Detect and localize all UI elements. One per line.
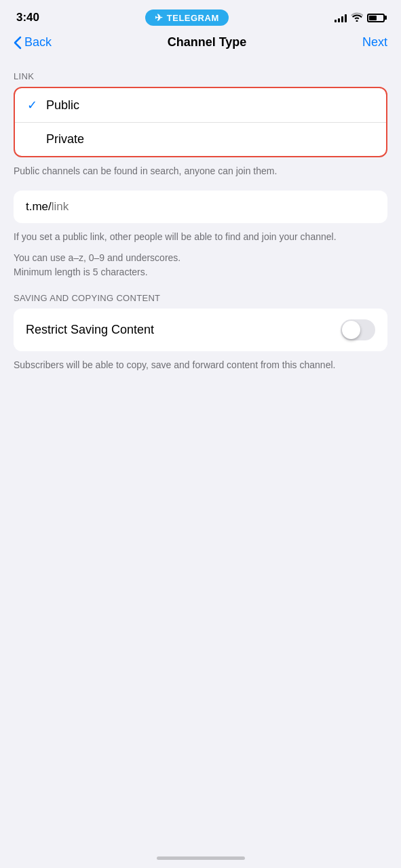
battery-fill — [369, 16, 377, 20]
battery-icon — [367, 14, 385, 22]
telegram-icon: ✈ — [155, 12, 164, 23]
status-center: ✈ TELEGRAM — [145, 9, 228, 26]
public-label: Public — [46, 98, 374, 113]
restrict-saving-row: Restrict Saving Content — [26, 309, 375, 351]
restrict-saving-card: Restrict Saving Content — [14, 309, 387, 351]
link-input-row: t.me/ — [26, 200, 375, 214]
restrict-saving-label: Restrict Saving Content — [26, 323, 154, 337]
link-input[interactable] — [52, 200, 375, 214]
page-title: Channel Type — [168, 35, 247, 50]
status-icons — [335, 12, 385, 24]
status-time: 3:40 — [16, 11, 39, 24]
link-prefix: t.me/ — [26, 200, 52, 214]
signal-bar-3 — [341, 16, 343, 22]
back-button[interactable]: Back — [14, 35, 52, 50]
content: LINK ✓ Public Private Public channels ca… — [0, 58, 401, 386]
status-bar: 3:40 ✈ TELEGRAM — [0, 0, 401, 30]
channel-type-options: ✓ Public Private — [14, 87, 387, 157]
saving-description: Subscribers will be able to copy, save a… — [0, 351, 401, 386]
toggle-knob — [342, 321, 360, 339]
public-option[interactable]: ✓ Public — [15, 88, 386, 122]
telegram-label: TELEGRAM — [167, 13, 219, 23]
link-info-1: If you set a public link, other people w… — [0, 223, 401, 248]
back-label: Back — [24, 35, 52, 50]
signal-bar-4 — [345, 14, 347, 22]
signal-bars-icon — [335, 13, 347, 22]
link-input-card: t.me/ — [14, 191, 387, 223]
link-section-label: LINK — [0, 71, 401, 87]
wifi-icon — [351, 12, 363, 24]
nav-bar: Back Channel Type Next — [0, 30, 401, 58]
saving-section-label: SAVING AND COPYING CONTENT — [0, 293, 401, 309]
telegram-badge: ✈ TELEGRAM — [145, 9, 228, 26]
signal-bar-2 — [338, 18, 340, 22]
restrict-saving-toggle[interactable] — [341, 319, 375, 340]
private-label: Private — [27, 132, 374, 146]
home-indicator — [157, 856, 245, 860]
next-button[interactable]: Next — [362, 35, 387, 50]
signal-bar-1 — [335, 20, 337, 22]
public-description: Public channels can be found in search, … — [0, 157, 401, 191]
chevron-left-icon — [14, 36, 22, 50]
checkmark-icon: ✓ — [27, 98, 46, 113]
private-option[interactable]: Private — [15, 122, 386, 156]
link-info-2: You can use a–z, 0–9 and underscores.Min… — [0, 248, 401, 293]
